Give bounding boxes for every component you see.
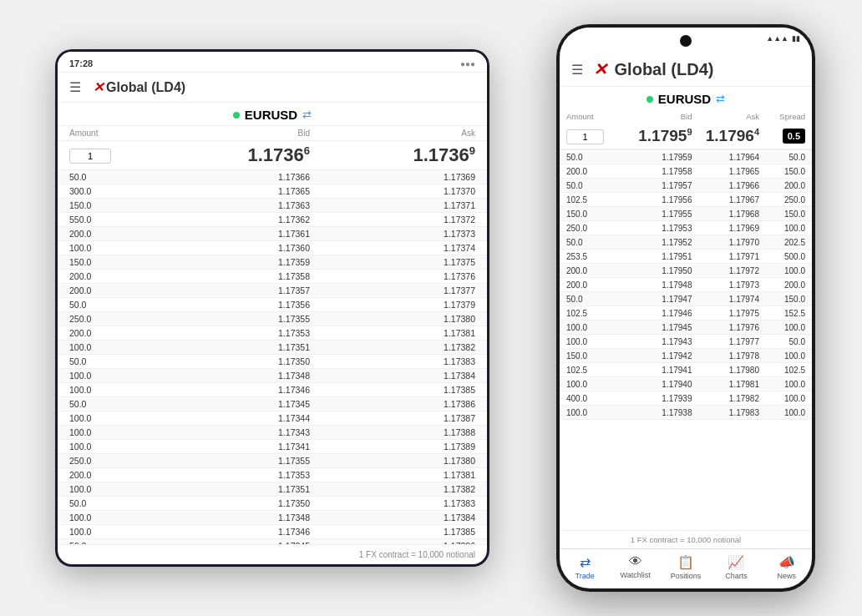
phone-nav: ⇄Trade👁Watchlist📋Positions📈Charts📣News — [560, 548, 812, 588]
tablet-instrument-name: EURUSD — [245, 108, 297, 122]
tablet-footer: 1 FX contract = 10,000 notional — [58, 544, 487, 564]
phone-hamburger-icon[interactable]: ☰ — [571, 62, 583, 78]
tablet-bid-price: 1.17366 — [145, 144, 310, 166]
phone-data-row[interactable]: 100.01.179451.17976100.0 — [560, 321, 812, 335]
tablet-brand: ✕ Global (LD4) — [93, 79, 185, 95]
scene: 17:28 ●●● ☰ ✕ Global (LD4) EURUSD ⇄ Amou… — [30, 16, 832, 600]
phone-data-row[interactable]: 100.01.179381.17983100.0 — [560, 406, 812, 420]
tablet-brand-label: Global (LD4) — [106, 80, 185, 95]
phone-data-row[interactable]: 200.01.179581.17965150.0 — [560, 164, 812, 179]
tablet-data-row[interactable]: 250.01.173551.17380 — [58, 312, 487, 326]
phone-data-row[interactable]: 150.01.179421.17978100.0 — [560, 349, 812, 363]
phone-green-dot-icon — [646, 96, 653, 103]
phone-instrument-row: EURUSD ⇄ — [560, 87, 812, 109]
tablet-data-row[interactable]: 50.01.173501.17383 — [58, 497, 487, 511]
phone-brand-label: Global (LD4) — [615, 60, 714, 78]
brand-x-icon: ✕ — [93, 79, 104, 95]
phone-header: ☰ ✕ Global (LD4) — [560, 54, 812, 87]
tablet-data-row[interactable]: 100.01.173601.17374 — [58, 241, 487, 255]
tablet-amount-input[interactable] — [69, 149, 111, 164]
phone-col-spread: Spread — [759, 112, 805, 121]
phone-amount-input-wrapper — [566, 129, 625, 144]
tablet-data-row[interactable]: 200.01.173611.17373 — [58, 227, 487, 241]
phone-data-row[interactable]: 200.01.179501.17972100.0 — [560, 264, 812, 278]
tablet-data-row[interactable]: 250.01.173551.17380 — [58, 454, 487, 468]
phone-brand-x-icon: ✕ — [593, 60, 607, 78]
tablet-amount-input-wrapper — [69, 148, 145, 164]
tablet-data-row[interactable]: 100.01.173411.17389 — [58, 440, 487, 454]
tablet-data-row[interactable]: 100.01.173461.17385 — [58, 525, 487, 539]
phone-nav-trade[interactable]: ⇄Trade — [560, 554, 610, 580]
phone-data-row[interactable]: 250.01.179531.17969100.0 — [560, 221, 812, 235]
tablet-data-row[interactable]: 150.01.173591.17375 — [58, 255, 487, 270]
phone-data-row[interactable]: 100.01.179401.17981100.0 — [560, 377, 812, 391]
phone-data-row[interactable]: 50.01.179571.17966200.0 — [560, 179, 812, 193]
tablet-top-price-row: 1.17366 1.17369 — [58, 141, 487, 170]
tablet-data-row[interactable]: 200.01.173531.17381 — [58, 468, 487, 482]
phone-data-row[interactable]: 102.51.179561.17967250.0 — [560, 193, 812, 207]
charts-nav-icon: 📈 — [728, 554, 744, 570]
phone-data-row[interactable]: 200.01.179481.17973200.0 — [560, 278, 812, 292]
tablet-data-row[interactable]: 50.01.173661.17369 — [58, 170, 487, 184]
phone-nav-news[interactable]: 📣News — [762, 554, 812, 580]
phone-data-row[interactable]: 150.01.179551.17968150.0 — [560, 207, 812, 221]
phone-top-price-row: 1.17959 1.17964 0.5 — [560, 124, 812, 150]
news-nav-icon: 📣 — [778, 554, 795, 570]
tablet-data-row[interactable]: 100.01.173481.17384 — [58, 369, 487, 383]
tablet-data-row[interactable]: 100.01.173431.17388 — [58, 426, 487, 440]
wifi-icon: ▲▲▲ — [766, 34, 788, 43]
tablet-data-row[interactable]: 200.01.173571.17377 — [58, 284, 487, 298]
phone-col-bid: Bid — [625, 112, 692, 121]
phone-data-row[interactable]: 102.51.179411.17980102.5 — [560, 363, 812, 377]
phone-data-row[interactable]: 102.51.179461.17975152.5 — [560, 306, 812, 321]
tablet-data-table: 50.01.173661.17369300.01.173651.17370150… — [58, 170, 487, 544]
tablet-device: 17:28 ●●● ☰ ✕ Global (LD4) EURUSD ⇄ Amou… — [55, 49, 489, 567]
phone-amount-input[interactable] — [566, 129, 604, 144]
tablet-data-row[interactable]: 150.01.173631.17371 — [58, 199, 487, 213]
phone-data-row[interactable]: 100.01.179431.1797750.0 — [560, 335, 812, 349]
tablet-data-row[interactable]: 50.01.173501.17383 — [58, 355, 487, 369]
phone-data-row[interactable]: 400.01.179391.17982100.0 — [560, 391, 812, 406]
tablet-data-row[interactable]: 50.01.173561.17379 — [58, 298, 487, 312]
tablet-status: ●●● — [460, 59, 475, 68]
battery-icon: ▮▮ — [792, 34, 800, 43]
tablet-data-row[interactable]: 100.01.173481.17384 — [58, 511, 487, 525]
watchlist-nav-icon: 👁 — [629, 554, 642, 569]
phone-device: ▲▲▲ ▮▮ ☰ ✕ Global (LD4) EURUSD ⇄ Amount … — [556, 24, 815, 592]
tablet-data-row[interactable]: 200.01.173581.17376 — [58, 270, 487, 284]
tablet-col-amount: Amount — [69, 129, 145, 138]
tablet-data-row[interactable]: 100.01.173441.17387 — [58, 412, 487, 426]
phone-data-row[interactable]: 50.01.179521.17970202.5 — [560, 235, 812, 250]
tablet-data-row[interactable]: 100.01.173511.17382 — [58, 482, 487, 497]
phone-nav-watchlist[interactable]: 👁Watchlist — [610, 554, 660, 580]
phone-nav-charts[interactable]: 📈Charts — [711, 554, 761, 580]
phone-spread-badge: 0.5 — [783, 129, 805, 144]
phone-refresh-icon[interactable]: ⇄ — [716, 93, 725, 105]
phone-data-row[interactable]: 253.51.179511.17971500.0 — [560, 250, 812, 264]
phone-status-right: ▲▲▲ ▮▮ — [766, 34, 800, 43]
tablet-time: 17:28 — [69, 58, 93, 68]
tablet-col-bid: Bid — [145, 129, 310, 138]
tablet-data-row[interactable]: 200.01.173531.17381 — [58, 326, 487, 341]
refresh-icon[interactable]: ⇄ — [302, 109, 312, 121]
phone-data-row[interactable]: 50.01.179591.1796450.0 — [560, 150, 812, 164]
tablet-data-row[interactable]: 100.01.173461.17385 — [58, 383, 487, 397]
phone-col-headers: Amount Bid Ask Spread — [560, 109, 812, 124]
hamburger-icon[interactable]: ☰ — [69, 79, 81, 95]
tablet-col-headers: Amount Bid Ask — [58, 126, 487, 141]
positions-nav-icon: 📋 — [677, 554, 694, 570]
phone-data-table: 50.01.179591.1796450.0200.01.179581.1796… — [560, 150, 812, 530]
tablet-data-row[interactable]: 100.01.173511.17382 — [58, 341, 487, 355]
tablet-data-row[interactable]: 550.01.173621.17372 — [58, 213, 487, 227]
phone-brand: ✕ Global (LD4) — [593, 59, 713, 79]
phone-col-ask: Ask — [692, 112, 760, 121]
phone-data-row[interactable]: 50.01.179471.17974150.0 — [560, 292, 812, 306]
phone-notch — [680, 35, 692, 47]
tablet-data-row[interactable]: 300.01.173651.17370 — [58, 184, 487, 199]
phone-col-amount: Amount — [566, 112, 625, 121]
phone-notch-area: ▲▲▲ ▮▮ — [560, 28, 812, 54]
tablet-instrument-row: EURUSD ⇄ — [58, 103, 487, 126]
tablet-data-row[interactable]: 50.01.173451.17386 — [58, 397, 487, 412]
phone-footer-note: 1 FX contract = 10,000 notional — [560, 530, 812, 548]
phone-nav-positions[interactable]: 📋Positions — [661, 554, 711, 580]
